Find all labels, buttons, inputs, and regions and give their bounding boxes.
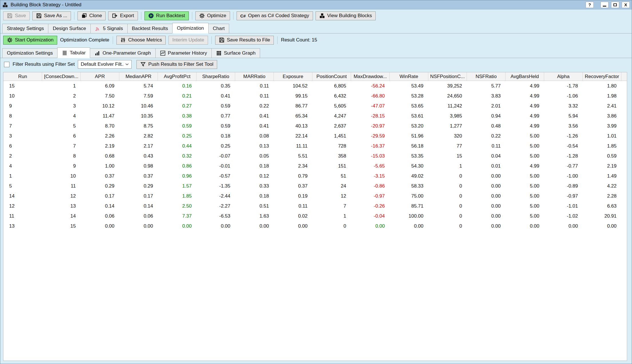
table-cell: 1,277 [428,121,467,131]
column-header-avgprofitpct[interactable]: AvgProfitPct [158,72,197,81]
table-cell: 0.11 [235,81,274,91]
table-cell: 54.30 [390,161,428,171]
save-as-button[interactable]: Save As ... [32,11,71,20]
table-cell: 0.29 [119,181,158,191]
table-cell: -0.89 [544,181,583,191]
column-header-avgbarsheld[interactable]: AvgBarsHeld [506,72,544,81]
table-cell: 15 [42,221,81,231]
start-optimization-button[interactable]: Start Optimization [3,36,57,45]
view-building-blocks-button[interactable]: View Building Blocks [316,11,376,20]
table-row[interactable]: 5110.290.291.57-1.350.330.3724-0.8658.33… [3,181,627,191]
column-header-consecdown[interactable]: [ConsecDown... [42,72,81,81]
column-header-recoveryfactor[interactable]: RecoveryFactor [583,72,621,81]
tab-optimization[interactable]: Optimization [172,23,208,33]
clone-button[interactable]: Clone [78,11,106,20]
grid-icon [216,50,222,56]
subtab-label: One-Parameter Graph [102,50,151,56]
column-header-maxdrawdow[interactable]: MaxDrawdow... [351,72,390,81]
subtab-one-parameter-graph[interactable]: One-Parameter Graph [90,48,155,58]
table-row[interactable]: 11140.060.067.37-6.531.630.021-0.04100.0… [3,211,627,221]
optimize-button[interactable]: Optimize [195,11,230,20]
choose-metrics-button[interactable]: Choose Metrics [116,36,166,45]
open-csharp-button[interactable]: C# Open as C# Coded Strategy [237,11,313,20]
toolbar-separator [74,12,74,20]
table-row[interactable]: 14120.170.171.85-2.440.180.1912-0.9775.0… [3,191,627,201]
save-as-icon [36,13,42,19]
column-header-medianapr[interactable]: MedianAPR [119,72,158,81]
filter-results-checkbox[interactable] [4,62,9,67]
minimize-button[interactable] [601,2,609,8]
table-cell: 1 [42,81,81,91]
signal-icon [95,26,101,31]
table-header: Run[ConsecDown...APRMedianAPRAvgProfitPc… [3,72,627,81]
table-cell: 4,247 [312,111,351,121]
subtab-surface-graph[interactable]: Surface Graph [211,48,260,58]
table-cell: 0.08 [235,131,274,141]
tab-strategy-settings[interactable]: Strategy Settings [2,24,48,33]
column-header-sharperatio[interactable]: SharpeRatio [197,72,235,81]
save-results-button[interactable]: Save Results to File [215,36,274,45]
table-row[interactable]: 9310.1210.460.270.590.2286.775,605-47.07… [3,101,627,111]
table-cell: 4 [42,111,81,121]
table-cell: 5.00 [506,181,544,191]
table-row[interactable]: 12130.140.142.50-2.270.510.117-0.2685.71… [3,201,627,211]
column-header-positioncount[interactable]: PositionCount [312,72,351,81]
table-cell: 0.94 [467,111,506,121]
tab-signals[interactable]: 5 Signals [90,24,128,33]
help-button[interactable]: ? [586,2,594,8]
tab-label: Backtest Results [132,26,168,31]
app-icon [2,2,8,8]
tab-design-surface[interactable]: Design Surface [48,24,90,33]
table-cell: 9 [42,161,81,171]
column-header-nsfpositionc[interactable]: NSFPositionC... [428,72,467,81]
optimize-button-label: Optimize [207,13,226,19]
close-button[interactable]: X [622,2,630,8]
funnel-icon [140,61,146,67]
table-cell: -47.07 [351,101,390,111]
subtab-label: Optimization Settings [7,50,53,56]
export-button[interactable]: Export [108,11,138,20]
column-header-run[interactable]: Run [3,72,42,81]
table-cell: 151 [312,161,351,171]
table-row[interactable]: 362.262.820.250.180.0822.141,451-29.5951… [3,131,627,141]
column-header-marratio[interactable]: MARRatio [235,72,274,81]
push-results-button[interactable]: Push Results to Filter Set Tool [136,60,217,69]
export-button-label: Export [120,13,134,19]
table-cell: 5.51 [274,151,312,161]
subtab-optimization-settings[interactable]: Optimization Settings [2,48,58,58]
column-header-winrate[interactable]: WinRate [390,72,428,81]
table-cell: 51 [312,171,351,181]
table-cell: 5.00 [506,211,544,221]
table-row[interactable]: 280.680.430.32-0.070.055.51358-15.0353.3… [3,151,627,161]
table-row[interactable]: 1516.095.740.160.350.11104.526,805-56.24… [3,81,627,91]
table-row[interactable]: 758.708.750.590.590.4140.132,637-20.9753… [3,121,627,131]
filter-set-dropdown[interactable]: Default Evolver Filt... [78,60,132,69]
table-row[interactable]: 1027.507.590.210.410.1199.156,432-66.805… [3,91,627,101]
table-cell: 0.00 [467,181,506,191]
column-header-alpha[interactable]: Alpha [544,72,583,81]
maximize-button[interactable] [611,2,619,8]
interim-update-button[interactable]: Interim Update [169,36,208,45]
tab-backtest-results[interactable]: Backtest Results [127,24,173,33]
table-cell: 0.96 [158,171,197,181]
table-cell: 0.25 [158,131,197,141]
subtab-parameter-history[interactable]: Parameter History [155,48,212,58]
table-cell: 7.50 [81,91,119,101]
column-header-exposure[interactable]: Exposure [274,72,312,81]
table-cell: 5,605 [312,101,351,111]
run-backtest-button[interactable]: Run Backtest [144,11,189,20]
column-header-nsfratio[interactable]: NSFRatio [467,72,506,81]
table-row[interactable]: 1100.370.370.96-0.570.120.7951-3.1549.02… [3,171,627,181]
subtab-tabular[interactable]: Tabular [57,47,90,58]
tab-chart[interactable]: Chart [208,24,229,33]
table-row[interactable]: 491.000.980.86-0.010.182.34151-5.6554.30… [3,161,627,171]
table-row[interactable]: 8411.4710.350.380.770.4165.344,247-28.15… [3,111,627,121]
table-row[interactable]: 672.192.170.440.250.1311.11728-16.3756.1… [3,141,627,151]
table-row[interactable]: 13150.000.000.000.000.000.0000.000.0000.… [3,221,627,231]
column-header-apr[interactable]: APR [81,72,119,81]
table-cell: -0.26 [351,201,390,211]
table-cell: 2.28 [583,191,621,201]
table-cell: 2.82 [119,131,158,141]
table-cell-filler [621,91,627,101]
save-button[interactable]: Save [3,11,30,20]
